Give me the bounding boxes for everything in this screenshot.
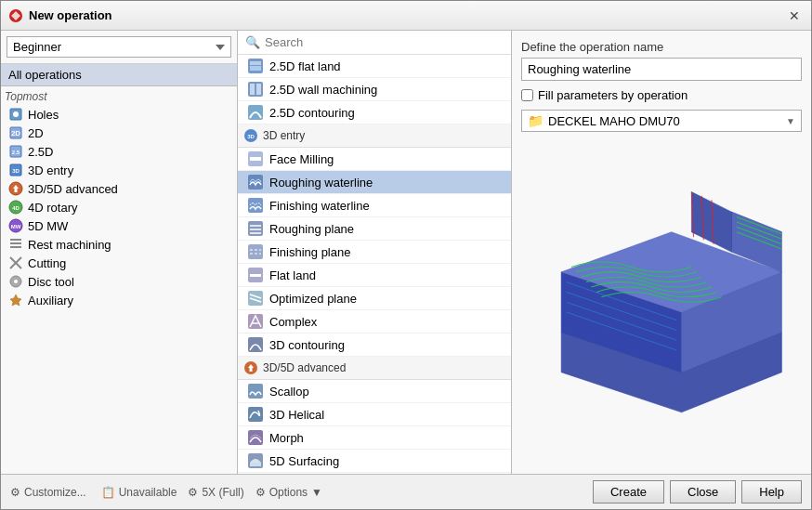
face-milling-icon bbox=[247, 150, 264, 167]
cutting-icon bbox=[8, 255, 23, 270]
svg-rect-39 bbox=[248, 244, 263, 259]
tree-item-4d-rotary[interactable]: 4D 4D rotary bbox=[1, 198, 237, 216]
options-item[interactable]: ⚙ Options ▼ bbox=[255, 486, 322, 499]
ops-item-finishing-plane[interactable]: Finishing plane bbox=[238, 241, 511, 264]
tree-item-2d[interactable]: 2D 2D bbox=[1, 124, 237, 142]
ops-item-finishing-waterline-label: Finishing waterline bbox=[269, 199, 370, 213]
dialog-title: New operation bbox=[29, 8, 112, 22]
ops-item-roughing-plane[interactable]: Roughing plane bbox=[238, 217, 511, 241]
ops-item-2.5d-contouring[interactable]: 2.5D contouring bbox=[238, 101, 511, 124]
tree-item-rest[interactable]: Rest machining bbox=[1, 235, 237, 254]
section-3d5d-adv: 3D/5D advanced bbox=[238, 357, 511, 380]
machine-dropdown[interactable]: 📁 DECKEL MAHO DMU70 ▼ bbox=[521, 110, 802, 132]
ops-item-2.5d-wall-label: 2.5D wall machining bbox=[269, 83, 377, 97]
ops-item-3d-helical[interactable]: 3D Helical bbox=[238, 403, 511, 426]
svg-rect-43 bbox=[250, 274, 261, 277]
svg-rect-26 bbox=[250, 84, 255, 95]
ops-item-roughing-plane-label: Roughing plane bbox=[269, 222, 354, 236]
section-3d5d-adv-icon bbox=[243, 360, 258, 375]
ops-item-finishing-waterline[interactable]: Finishing waterline bbox=[238, 194, 511, 217]
ops-item-morph[interactable]: Morph bbox=[238, 426, 511, 450]
svg-point-21 bbox=[14, 280, 18, 283]
tree-list: Topmost Holes 2D 2D 2.5 bbox=[1, 86, 237, 474]
help-button[interactable]: Help bbox=[741, 480, 802, 503]
ops-item-flat-land[interactable]: Flat land bbox=[238, 264, 511, 287]
unavailable-item[interactable]: 📋 Unavailable bbox=[101, 486, 177, 499]
close-button[interactable]: ✕ bbox=[785, 7, 804, 25]
create-button[interactable]: Create bbox=[593, 480, 664, 503]
tree-item-holes[interactable]: Holes bbox=[1, 105, 237, 124]
tree-item-cutting[interactable]: Cutting bbox=[1, 254, 237, 272]
morph-icon bbox=[247, 429, 264, 446]
tree-item-4d-rotary-label: 4D rotary bbox=[28, 201, 77, 215]
ops-item-flat-land-label: Flat land bbox=[269, 268, 316, 282]
dialog-close-button[interactable]: Close bbox=[670, 480, 736, 503]
level-dropdown[interactable]: Beginner bbox=[7, 36, 231, 58]
rest-icon bbox=[8, 237, 23, 252]
all-operations-header[interactable]: All operations bbox=[1, 64, 237, 86]
section-3d5d-adv-label: 3D/5D advanced bbox=[263, 361, 346, 374]
ops-item-complex-label: Complex bbox=[269, 315, 317, 329]
3d-helical-icon bbox=[247, 406, 264, 423]
fill-params-checkbox[interactable] bbox=[521, 89, 533, 101]
ops-item-3d-contouring-label: 3D contouring bbox=[269, 338, 345, 352]
middle-panel: 🔍 2.5D flat land 2.5D wall machining 2 bbox=[238, 31, 512, 474]
2.5d-flat-land-icon bbox=[247, 58, 264, 74]
new-operation-dialog: New operation ✕ Beginner All operations … bbox=[0, 0, 812, 510]
2.5d-icon: 2.5 bbox=[8, 144, 23, 159]
operation-name-input[interactable] bbox=[521, 58, 802, 81]
tree-item-5d-mw[interactable]: MW 5D MW bbox=[1, 216, 237, 235]
finishing-plane-icon bbox=[247, 243, 264, 260]
svg-text:2.5: 2.5 bbox=[12, 150, 20, 155]
roughing-plane-icon bbox=[247, 220, 264, 237]
preview-area bbox=[521, 139, 802, 464]
unavailable-icon: 📋 bbox=[101, 486, 115, 499]
ops-item-scallop[interactable]: Scallop bbox=[238, 380, 511, 403]
2.5d-wall-icon bbox=[247, 81, 264, 98]
svg-rect-17 bbox=[10, 239, 21, 241]
5d-mw-icon: MW bbox=[8, 218, 23, 233]
ops-item-finishing-plane-label: Finishing plane bbox=[269, 245, 350, 259]
svg-rect-27 bbox=[256, 84, 261, 95]
2.5d-contouring-icon bbox=[247, 104, 264, 121]
disc-icon bbox=[8, 274, 23, 289]
zoom-item[interactable]: ⚙ 5X (Full) bbox=[188, 486, 243, 499]
customize-item[interactable]: ⚙ Customize... bbox=[10, 486, 90, 499]
tree-item-disc[interactable]: Disc tool bbox=[1, 272, 237, 291]
ops-item-3d-contouring[interactable]: 3D contouring bbox=[238, 333, 511, 357]
search-bar: 🔍 bbox=[238, 31, 511, 55]
svg-rect-52 bbox=[248, 407, 263, 422]
tree-item-3d-entry[interactable]: 3D 3D entry bbox=[1, 161, 237, 179]
ops-item-2.5d-wall[interactable]: 2.5D wall machining bbox=[238, 78, 511, 101]
section-3d-entry-label: 3D entry bbox=[263, 129, 305, 142]
3d-entry-icon: 3D bbox=[8, 163, 23, 177]
ops-item-5d-surfacing[interactable]: 5D Surfacing bbox=[238, 450, 511, 473]
search-input[interactable] bbox=[265, 35, 504, 49]
ops-item-face-milling[interactable]: Face Milling bbox=[238, 148, 511, 171]
holes-icon bbox=[8, 107, 23, 122]
tree-item-auxiliary[interactable]: Auxiliary bbox=[1, 291, 237, 309]
ops-item-optimized-plane[interactable]: Optimized plane bbox=[238, 287, 511, 310]
machine-name: DECKEL MAHO DMU70 bbox=[548, 114, 680, 128]
tree-item-cutting-label: Cutting bbox=[28, 256, 66, 270]
options-icon: ⚙ bbox=[255, 486, 266, 499]
scallop-icon bbox=[247, 383, 264, 399]
tree-item-5d-mw-label: 5D MW bbox=[28, 219, 68, 233]
ops-item-2.5d-flat-land[interactable]: 2.5D flat land bbox=[238, 55, 511, 78]
3d-contouring-icon bbox=[247, 336, 264, 353]
operations-list: 2.5D flat land 2.5D wall machining 2.5D … bbox=[238, 55, 511, 474]
define-label: Define the operation name bbox=[521, 40, 802, 54]
ops-item-complex[interactable]: Complex bbox=[238, 310, 511, 333]
ops-item-roughing-waterline[interactable]: Roughing waterline bbox=[238, 171, 511, 194]
customize-icon: ⚙ bbox=[10, 486, 20, 499]
tree-item-auxiliary-label: Auxiliary bbox=[28, 294, 73, 307]
left-panel: Beginner All operations Topmost Holes 2D… bbox=[1, 31, 238, 474]
tree-item-2.5d[interactable]: 2.5 2.5D bbox=[1, 142, 237, 161]
flat-land-icon bbox=[247, 267, 264, 283]
tree-item-3d-entry-label: 3D entry bbox=[28, 163, 73, 177]
topmost-header: Topmost bbox=[1, 88, 237, 105]
main-content: Beginner All operations Topmost Holes 2D… bbox=[1, 31, 811, 474]
tree-item-3d5d-adv[interactable]: 3D/5D advanced bbox=[1, 179, 237, 198]
svg-text:2D: 2D bbox=[11, 129, 20, 137]
section-3d-entry-icon: 3D bbox=[243, 128, 258, 143]
